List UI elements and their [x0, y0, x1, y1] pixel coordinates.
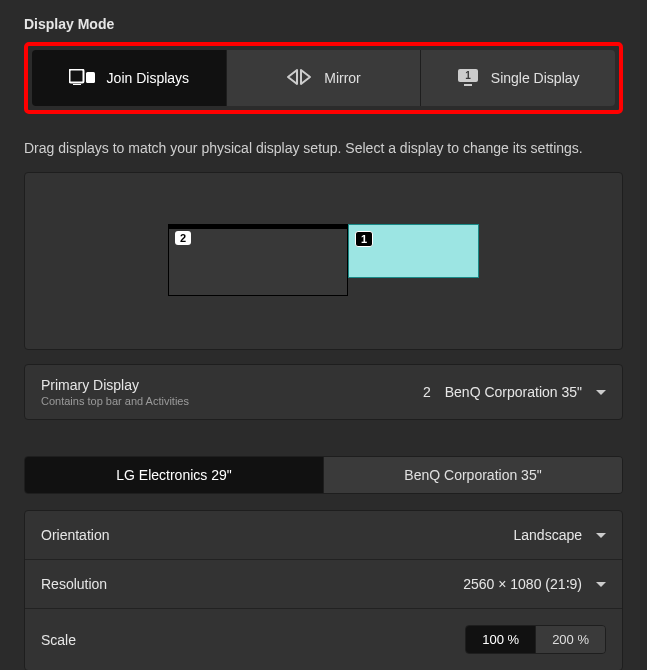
primary-display-subtitle: Contains top bar and Activities: [41, 395, 189, 407]
scale-row: Scale 100 % 200 %: [25, 609, 622, 670]
chevron-down-icon: [596, 390, 606, 395]
primary-display-row[interactable]: Primary Display Contains top bar and Act…: [24, 364, 623, 420]
scale-toggle: 100 % 200 %: [465, 625, 606, 654]
single-display-label: Single Display: [491, 70, 580, 86]
display-mode-title: Display Mode: [24, 16, 623, 32]
orientation-row[interactable]: Orientation Landscape: [25, 511, 622, 560]
svg-text:1: 1: [465, 70, 471, 81]
svg-rect-1: [86, 72, 95, 83]
single-display-button[interactable]: 1 Single Display: [421, 50, 615, 106]
orientation-label: Orientation: [41, 527, 109, 543]
scale-label: Scale: [41, 632, 76, 648]
join-displays-icon: [69, 69, 95, 88]
mode-selector-highlight: Join Displays Mirror 1 Single Display: [24, 42, 623, 114]
tab-lg-display[interactable]: LG Electronics 29": [25, 457, 324, 493]
display-1-rect[interactable]: 1: [348, 224, 479, 278]
display-settings-panel: Orientation Landscape Resolution 2560 × …: [24, 510, 623, 670]
display-2-rect[interactable]: 2: [168, 224, 348, 296]
mode-toggle-group: Join Displays Mirror 1 Single Display: [32, 50, 615, 106]
primary-display-title: Primary Display: [41, 377, 189, 393]
svg-rect-2: [73, 84, 81, 85]
primary-display-name: BenQ Corporation 35": [445, 384, 582, 400]
resolution-row[interactable]: Resolution 2560 × 1080 (21∶9): [25, 560, 622, 609]
display-2-badge: 2: [175, 231, 191, 245]
mirror-icon: [286, 68, 312, 89]
single-display-icon: 1: [457, 68, 479, 89]
join-displays-label: Join Displays: [107, 70, 189, 86]
arrangement-instructions: Drag displays to match your physical dis…: [24, 140, 623, 156]
svg-rect-5: [464, 84, 472, 86]
join-displays-button[interactable]: Join Displays: [32, 50, 227, 106]
resolution-label: Resolution: [41, 576, 107, 592]
chevron-down-icon: [596, 582, 606, 587]
display-arrangement-canvas[interactable]: 2 1: [24, 172, 623, 350]
mirror-label: Mirror: [324, 70, 361, 86]
display-1-badge: 1: [355, 231, 373, 247]
display-tabs: LG Electronics 29" BenQ Corporation 35": [24, 456, 623, 494]
scale-100-button[interactable]: 100 %: [466, 626, 536, 653]
chevron-down-icon: [596, 533, 606, 538]
svg-rect-0: [69, 69, 83, 82]
mirror-button[interactable]: Mirror: [227, 50, 422, 106]
orientation-value: Landscape: [513, 527, 582, 543]
primary-display-index: 2: [423, 384, 431, 400]
tab-benq-display[interactable]: BenQ Corporation 35": [324, 457, 622, 493]
scale-200-button[interactable]: 200 %: [536, 626, 605, 653]
resolution-value: 2560 × 1080 (21∶9): [463, 576, 582, 592]
